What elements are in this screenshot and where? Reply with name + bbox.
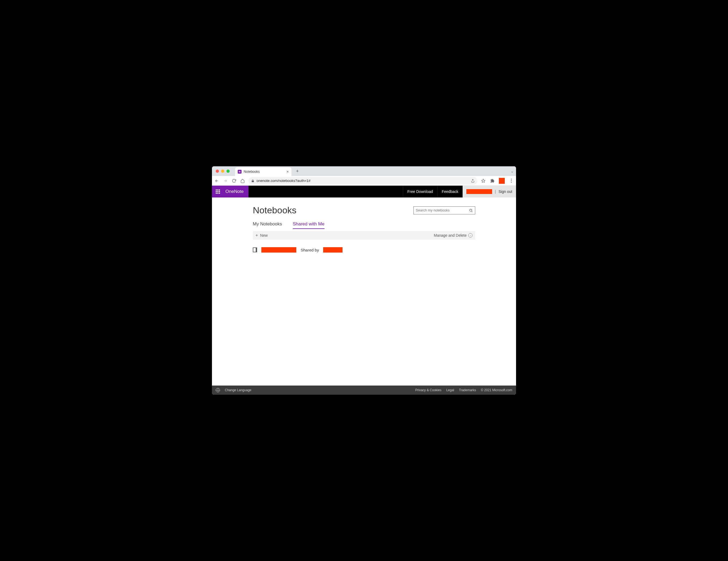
lock-icon <box>251 179 254 182</box>
svg-marker-0 <box>481 179 485 182</box>
free-download-link[interactable]: Free Download <box>403 186 437 197</box>
app-launcher-button[interactable] <box>212 186 224 197</box>
shared-by-label: Shared by <box>301 248 319 252</box>
tab-strip: N Notebooks × + ⌄ <box>212 166 516 176</box>
profile-avatar[interactable] <box>499 178 505 184</box>
waffle-icon <box>216 189 220 194</box>
close-window-icon[interactable] <box>216 170 219 173</box>
share-icon[interactable] <box>471 179 475 183</box>
notebook-row[interactable]: Shared by <box>253 247 475 253</box>
search-icon[interactable] <box>469 208 473 212</box>
manage-and-delete-button[interactable]: Manage and Delete → <box>434 233 473 238</box>
window-controls <box>215 170 232 173</box>
app-header: OneNote Free Download Feedback | Sign ou… <box>212 186 516 197</box>
home-button[interactable] <box>240 179 245 183</box>
legal-link[interactable]: Legal <box>446 388 454 392</box>
bookmark-icon[interactable] <box>481 179 486 183</box>
tab-title: Notebooks <box>244 170 260 174</box>
browser-tab[interactable]: N Notebooks × <box>235 167 291 176</box>
sign-out-link[interactable]: Sign out <box>499 189 512 194</box>
shared-by-name-redacted <box>323 247 343 253</box>
feedback-link[interactable]: Feedback <box>437 186 463 197</box>
tab-shared-with-me[interactable]: Shared with Me <box>293 221 325 229</box>
svg-point-1 <box>470 209 472 211</box>
back-button[interactable] <box>214 179 219 183</box>
plus-icon: + <box>255 233 258 238</box>
extensions-icon[interactable] <box>490 179 495 183</box>
brand-link[interactable]: OneNote <box>224 186 248 197</box>
user-name-redacted <box>466 189 492 194</box>
toolbar: onenote.com/notebooks?auth=1# <box>212 176 516 186</box>
tab-my-notebooks[interactable]: My Notebooks <box>253 221 282 229</box>
privacy-link[interactable]: Privacy & Cookies <box>415 388 441 392</box>
browser-window: N Notebooks × + ⌄ onenote.com/notebooks?… <box>212 166 516 395</box>
notebook-icon <box>253 247 257 252</box>
change-language-link[interactable]: Change Language <box>225 388 251 392</box>
trademarks-link[interactable]: Trademarks <box>459 388 476 392</box>
new-notebook-button[interactable]: New <box>260 233 268 238</box>
divider: | <box>495 189 496 194</box>
maximize-window-icon[interactable] <box>226 170 230 173</box>
minimize-window-icon[interactable] <box>221 170 224 173</box>
search-box[interactable] <box>413 206 475 214</box>
page-title: Notebooks <box>253 205 297 215</box>
address-bar[interactable]: onenote.com/notebooks?auth=1# <box>248 177 477 185</box>
search-input[interactable] <box>416 208 469 212</box>
forward-button[interactable] <box>223 179 228 183</box>
footer: Change Language Privacy & Cookies Legal … <box>212 386 516 395</box>
user-area: | Sign out <box>463 186 516 197</box>
browser-menu-button[interactable] <box>509 179 514 183</box>
globe-icon <box>216 388 220 392</box>
arrow-right-circle-icon: → <box>468 233 473 238</box>
notebook-name-redacted <box>261 247 296 253</box>
onenote-favicon-icon: N <box>238 170 242 174</box>
action-toolbar: + New Manage and Delete → <box>253 231 475 240</box>
page-content: Notebooks My Notebooks Shared with Me + <box>212 197 516 386</box>
brand-label: OneNote <box>225 189 244 194</box>
notebook-tabs: My Notebooks Shared with Me <box>253 221 475 229</box>
tab-overflow-button[interactable]: ⌄ <box>508 169 516 173</box>
reload-button[interactable] <box>231 179 237 183</box>
url-text: onenote.com/notebooks?auth=1# <box>257 179 311 183</box>
new-tab-button[interactable]: + <box>294 168 301 174</box>
close-tab-icon[interactable]: × <box>287 170 289 174</box>
copyright-text: © 2021 Microsoft.com <box>481 388 512 392</box>
toolbar-actions <box>481 178 514 184</box>
